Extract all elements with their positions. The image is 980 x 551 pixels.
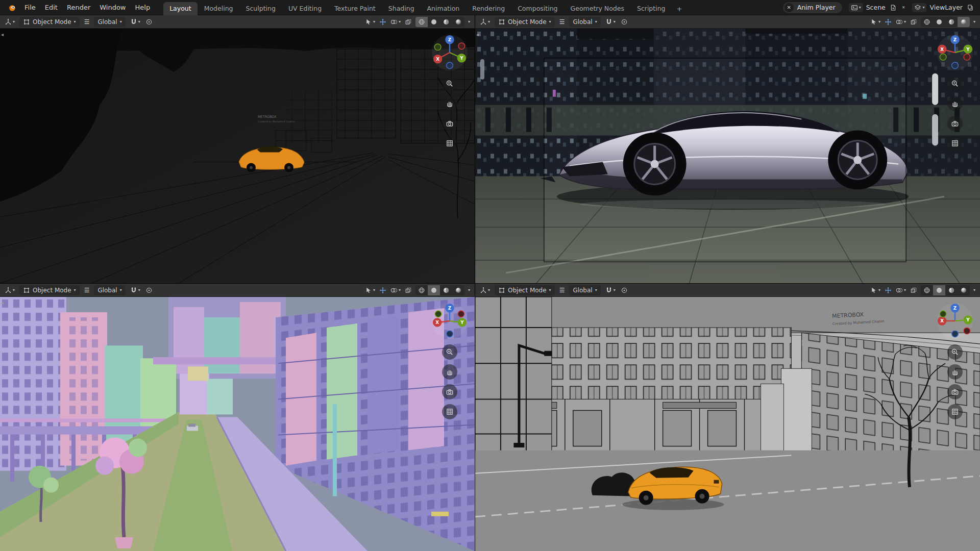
tab-layout[interactable]: Layout	[163, 2, 198, 15]
shading-dropdown[interactable]: ▾	[468, 288, 471, 293]
show-gizmo-toggle[interactable]	[379, 286, 387, 294]
snap-toggle[interactable]: ▾	[130, 18, 141, 26]
menus-toggle[interactable]: ☰	[84, 18, 90, 26]
snap-toggle[interactable]: ▾	[605, 286, 616, 294]
menu-edit[interactable]: Edit	[41, 2, 62, 13]
toolbar-collapse-arrow[interactable]: ◂	[1, 32, 4, 37]
gizmo-y-label[interactable]: Y	[459, 56, 463, 61]
tab-geometry-nodes[interactable]: Geometry Nodes	[565, 2, 630, 15]
shading-wireframe-button[interactable]	[415, 17, 428, 27]
visibility-dropdown[interactable]: ▾	[364, 286, 376, 294]
xray-toggle[interactable]	[404, 286, 412, 294]
navigation-gizmo[interactable]: Z Y X	[431, 302, 469, 340]
tab-sculpting[interactable]: Sculpting	[240, 2, 282, 15]
orthographic-toggle-button[interactable]	[947, 136, 963, 151]
proportional-editing-toggle[interactable]	[620, 18, 628, 26]
orientation-dropdown[interactable]: Global ▾	[569, 285, 600, 295]
shading-dropdown[interactable]: ▾	[973, 288, 976, 293]
browse-scene-button[interactable]: ▾	[849, 3, 863, 12]
shading-solid-button[interactable]	[933, 285, 945, 295]
mode-dropdown[interactable]: Object Mode ▾	[495, 17, 555, 27]
proportional-editing-toggle[interactable]	[145, 18, 153, 26]
show-gizmo-toggle[interactable]	[884, 286, 892, 294]
editor-type-button[interactable]: ▾	[479, 18, 491, 26]
shading-material-button[interactable]	[945, 285, 958, 295]
zoom-tool-button[interactable]	[442, 344, 457, 360]
shading-wireframe-button[interactable]	[921, 285, 933, 295]
gizmo-y-label[interactable]: Y	[966, 47, 970, 52]
menus-toggle[interactable]: ☰	[559, 18, 566, 26]
proportional-editing-toggle[interactable]	[145, 286, 153, 294]
snap-toggle[interactable]: ▾	[130, 286, 141, 294]
zoom-tool-button[interactable]	[442, 76, 457, 91]
add-workspace-button[interactable]: +	[672, 3, 687, 15]
visibility-dropdown[interactable]: ▾	[870, 286, 881, 294]
orthographic-toggle-button[interactable]	[442, 404, 457, 419]
editor-type-button[interactable]: ▾	[4, 286, 15, 294]
copy-viewlayer-button[interactable]	[966, 3, 975, 12]
gizmo-z-label[interactable]: Z	[953, 37, 957, 42]
show-overlays-toggle[interactable]: ▾	[390, 286, 401, 294]
camera-view-button[interactable]	[442, 384, 457, 399]
browse-viewlayer-button[interactable]: ▾	[912, 3, 926, 12]
gizmo-z-label[interactable]: Z	[953, 306, 957, 311]
xray-toggle[interactable]	[910, 286, 918, 294]
show-overlays-toggle[interactable]: ▾	[895, 18, 906, 26]
tab-modeling[interactable]: Modeling	[198, 2, 239, 15]
show-gizmo-toggle[interactable]	[379, 18, 387, 26]
viewport-canvas-solid-grey[interactable]: METROBOX Created by Mohamed Chahin	[475, 297, 980, 551]
camera-view-button[interactable]	[947, 116, 963, 131]
new-scene-button[interactable]	[889, 3, 898, 12]
shading-dropdown[interactable]: ▾	[468, 19, 471, 24]
gizmo-x-label[interactable]: X	[435, 320, 439, 325]
editor-type-button[interactable]: ▾	[4, 18, 15, 26]
mode-dropdown[interactable]: Object Mode ▾	[19, 17, 80, 27]
shading-dropdown[interactable]: ▾	[973, 19, 976, 24]
viewport-canvas-random-color[interactable]	[0, 297, 475, 551]
unlink-scene-button[interactable]: ✕	[901, 5, 906, 11]
gizmo-x-label[interactable]: X	[940, 318, 944, 323]
navigation-gizmo[interactable]: Z Y X	[936, 34, 974, 71]
tab-shading[interactable]: Shading	[382, 2, 421, 15]
shading-material-button[interactable]	[945, 17, 958, 27]
pan-tool-button[interactable]	[442, 364, 457, 380]
orthographic-toggle-button[interactable]	[442, 136, 457, 151]
shading-material-button[interactable]	[440, 17, 452, 27]
tab-uv-editing[interactable]: UV Editing	[282, 2, 328, 15]
menu-window[interactable]: Window	[95, 2, 130, 13]
gizmo-z-label[interactable]: Z	[448, 306, 451, 311]
gizmo-z-label[interactable]: Z	[448, 37, 451, 42]
scene-name[interactable]: Scene	[866, 4, 886, 11]
viewport-canvas-rendered[interactable]	[475, 29, 980, 283]
show-gizmo-toggle[interactable]	[884, 18, 892, 26]
proportional-editing-toggle[interactable]	[620, 286, 628, 294]
shading-rendered-button[interactable]	[958, 17, 970, 27]
gizmo-x-label[interactable]: X	[436, 57, 439, 62]
mode-dropdown[interactable]: Object Mode ▾	[19, 285, 80, 295]
shading-rendered-button[interactable]	[452, 285, 464, 295]
visibility-dropdown[interactable]: ▾	[870, 18, 881, 26]
shading-material-button[interactable]	[440, 285, 452, 295]
menu-help[interactable]: Help	[131, 2, 155, 13]
shading-solid-button[interactable]	[428, 285, 440, 295]
shading-wireframe-button[interactable]	[415, 285, 428, 295]
shading-rendered-button[interactable]	[958, 285, 970, 295]
blender-logo-icon[interactable]	[5, 4, 19, 12]
camera-view-button[interactable]	[442, 116, 457, 131]
gizmo-y-label[interactable]: Y	[966, 317, 970, 322]
anim-player-indicator[interactable]: ✕ Anim Player	[782, 2, 843, 14]
shading-rendered-button[interactable]	[452, 17, 464, 27]
viewport-splitter-horizontal[interactable]	[0, 282, 980, 285]
editor-type-button[interactable]: ▾	[479, 286, 491, 294]
toolbar-collapse-arrow[interactable]: ◂	[476, 300, 479, 306]
menu-file[interactable]: File	[20, 2, 40, 13]
viewlayer-name[interactable]: ViewLayer	[929, 4, 963, 11]
navigation-gizmo[interactable]: Z Y X	[431, 34, 469, 71]
xray-toggle[interactable]	[910, 18, 918, 26]
menu-render[interactable]: Render	[63, 2, 94, 13]
navigation-gizmo[interactable]: Z Y X	[936, 302, 974, 340]
pan-tool-button[interactable]	[947, 364, 963, 380]
orientation-dropdown[interactable]: Global ▾	[569, 17, 600, 27]
show-overlays-toggle[interactable]: ▾	[390, 18, 401, 26]
tab-compositing[interactable]: Compositing	[511, 2, 564, 15]
